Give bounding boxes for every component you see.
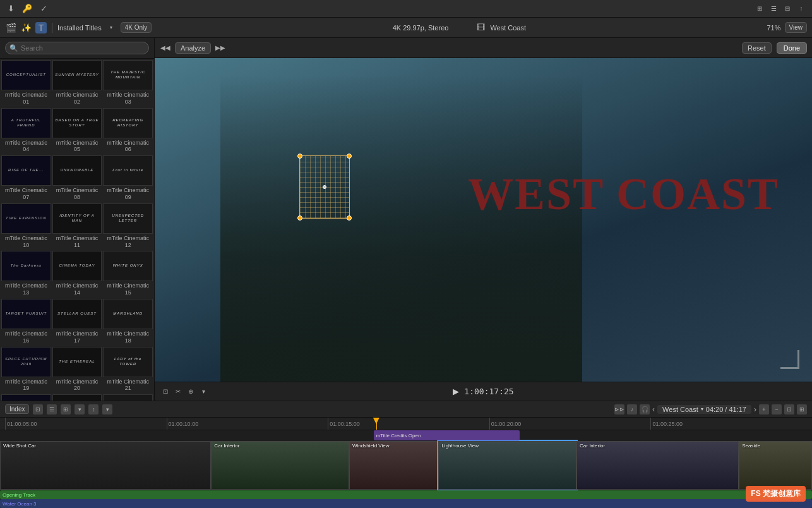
timeline-tracks: mTitle Credits Open Wide Shot CarCar Int… bbox=[0, 430, 812, 508]
share-icon[interactable]: ↑ bbox=[796, 3, 807, 15]
title-item[interactable]: THE THEOREM mTitle Cinematic 23 bbox=[52, 394, 102, 401]
title-item[interactable]: Lost in future mTitle Cinematic 09 bbox=[103, 155, 153, 202]
title-item[interactable]: LAST CYBORG mTitle Cinematic 22 bbox=[1, 394, 51, 401]
water-track-label: Water Ocean 3 bbox=[3, 501, 37, 507]
title-item[interactable]: SUNVEN MYSTERY mTitle Cinematic 02 bbox=[52, 60, 102, 107]
tool-zoom-icon[interactable]: ⊕ bbox=[185, 386, 196, 397]
title-item[interactable]: CONCEPTUALIST mTitle Cinematic 01 bbox=[1, 60, 51, 107]
effects-icon[interactable]: ✨ bbox=[20, 22, 32, 33]
analyze-btn[interactable]: Analyze bbox=[175, 42, 211, 54]
timeline-icon6[interactable]: ▾ bbox=[102, 404, 112, 414]
title-item[interactable]: UNEXPECTED LETTER mTitle Cinematic 12 bbox=[103, 203, 153, 250]
tool-select-icon[interactable]: ⊡ bbox=[160, 386, 171, 397]
title-item[interactable]: A TRUTHFUL FRIEND mTitle Cinematic 04 bbox=[1, 108, 51, 155]
video-clip[interactable]: Windshield View bbox=[349, 441, 438, 490]
title-item[interactable]: RECREATING HISTORY mTitle Cinematic 06 bbox=[103, 108, 153, 155]
track-handle-br[interactable] bbox=[347, 215, 352, 221]
key-icon[interactable]: 🔑 bbox=[21, 3, 33, 15]
zoom-out-icon[interactable]: − bbox=[772, 404, 782, 414]
index-btn[interactable]: Index bbox=[5, 404, 29, 414]
zoom-in-icon[interactable]: + bbox=[759, 404, 769, 414]
playhead[interactable] bbox=[376, 418, 377, 430]
video-clip[interactable]: Car Interior bbox=[211, 441, 349, 490]
title-thumb: UNKNOWABLE bbox=[52, 155, 102, 186]
title-name: mTitle Cinematic 11 bbox=[52, 234, 102, 249]
resolution-btn[interactable]: 4K Only bbox=[121, 22, 152, 33]
headphone-icon[interactable]: 🎧 bbox=[640, 404, 650, 414]
media-icon[interactable]: 🎬 bbox=[5, 22, 16, 33]
search-icon: 🔍 bbox=[9, 44, 18, 52]
audio-icon[interactable]: ♪ bbox=[627, 404, 637, 414]
video-clip[interactable]: Seaside bbox=[739, 441, 812, 490]
title-item[interactable]: RISE OF THE... mTitle Cinematic 07 bbox=[1, 155, 51, 202]
reset-btn[interactable]: Reset bbox=[742, 42, 772, 54]
nav-prev[interactable]: ‹ bbox=[652, 405, 655, 414]
title-item[interactable]: SPACE FUTURISM 2049 mTitle Cinematic 19 bbox=[1, 347, 51, 394]
video-clip[interactable]: Lighthouse View bbox=[438, 441, 576, 490]
clip-name-display: West Coast ▾ 04:20 / 41:17 bbox=[657, 405, 751, 414]
ruler-mark: 01:00:05:00 bbox=[5, 418, 167, 430]
title-track-bar[interactable]: mTitle Credits Open bbox=[374, 430, 520, 440]
next-frame-icon[interactable]: ▶▶ bbox=[215, 42, 226, 54]
title-item[interactable]: The Darkness mTitle Cinematic 13 bbox=[1, 251, 51, 298]
download-icon[interactable]: ⬇ bbox=[5, 3, 16, 15]
title-item[interactable]: TIME EXPANSION mTitle Cinematic 10 bbox=[1, 203, 51, 250]
title-name: mTitle Cinematic 16 bbox=[1, 329, 51, 344]
clip-nav-name: West Coast bbox=[662, 406, 698, 413]
track-center[interactable] bbox=[323, 185, 326, 189]
title-item[interactable]: THE MAJESTIC MOUNTAIN mTitle Cinematic 0… bbox=[103, 60, 153, 107]
video-info: 4K 29.97p, Stereo bbox=[393, 24, 449, 32]
detail-icon[interactable]: ⊟ bbox=[782, 3, 793, 15]
title-item[interactable]: TARGET PURSUIT mTitle Cinematic 16 bbox=[1, 299, 51, 346]
title-track-label: mTitle Credits Open bbox=[376, 433, 421, 438]
titles-grid: CONCEPTUALIST mTitle Cinematic 01 SUNVEN… bbox=[0, 59, 154, 401]
title-item[interactable]: UNKNOWABLE mTitle Cinematic 08 bbox=[52, 155, 102, 202]
title-name: mTitle Cinematic 04 bbox=[1, 138, 51, 154]
title-thumb: THE THEOREM bbox=[52, 394, 102, 401]
title-item[interactable]: LADY of the TOWER mTitle Cinematic 21 bbox=[103, 347, 153, 394]
skip-back-icon[interactable]: ⊳⊳ bbox=[614, 404, 624, 414]
timeline-icon5[interactable]: ↕ bbox=[88, 404, 99, 414]
list-icon[interactable]: ☰ bbox=[768, 3, 779, 15]
title-item[interactable]: WHITE ONYX mTitle Cinematic 15 bbox=[103, 251, 153, 298]
checkmark-icon[interactable]: ✓ bbox=[38, 3, 49, 15]
title-item[interactable]: CINEMA TODAY mTitle Cinematic 14 bbox=[52, 251, 102, 298]
arrow-down-icon[interactable]: ▾ bbox=[105, 22, 117, 33]
timeline-icon2[interactable]: ☰ bbox=[47, 404, 57, 414]
title-item[interactable]: STELLAR QUEST mTitle Cinematic 17 bbox=[52, 299, 102, 346]
title-item[interactable]: BASED ON A TRUE STORY mTitle Cinematic 0… bbox=[52, 108, 102, 155]
zoom-level: 71% bbox=[767, 24, 780, 32]
search-input[interactable] bbox=[5, 42, 149, 54]
timeline-icon3[interactable]: ⊞ bbox=[61, 404, 71, 414]
title-item[interactable]: THE BLAST mTitle Cinematic 24 bbox=[103, 394, 153, 401]
track-handle-tl[interactable] bbox=[297, 154, 302, 159]
tool-trim-icon[interactable]: ✂ bbox=[172, 386, 184, 397]
title-item[interactable]: THE ETHEREAL mTitle Cinematic 20 bbox=[52, 347, 102, 394]
nav-next[interactable]: › bbox=[754, 405, 756, 414]
timeline-icon1[interactable]: ⊡ bbox=[33, 404, 43, 414]
title-thumb: THE BLAST bbox=[103, 394, 153, 401]
track-handle-tr[interactable] bbox=[347, 154, 352, 159]
left-panel: 🔍 CONCEPTUALIST mTitle Cinematic 01 SUNV… bbox=[0, 38, 155, 401]
title-item[interactable]: MARSHLAND mTitle Cinematic 18 bbox=[103, 299, 153, 346]
tracking-box[interactable] bbox=[299, 155, 350, 219]
title-thumb: LAST CYBORG bbox=[1, 394, 51, 401]
prev-frame-icon[interactable]: ◀◀ bbox=[160, 42, 171, 54]
video-clip[interactable]: Wide Shot Car bbox=[0, 441, 211, 490]
track-handle-bl[interactable] bbox=[297, 215, 302, 221]
video-clip[interactable]: Car Interior bbox=[576, 441, 739, 490]
title-item[interactable]: IDENTITY OF A MAN mTitle Cinematic 11 bbox=[52, 203, 102, 250]
timeline-icon4[interactable]: ▾ bbox=[75, 404, 85, 414]
clip-label: Windshield View bbox=[352, 443, 390, 449]
grid-icon[interactable]: ⊞ bbox=[754, 3, 765, 15]
zoom-tool-icon[interactable]: ⊞ bbox=[797, 404, 807, 414]
play-button[interactable]: ▶ bbox=[453, 387, 459, 396]
nav-dropdown-icon[interactable]: ▾ bbox=[701, 406, 703, 412]
green-track: Opening Track bbox=[0, 490, 812, 499]
tool-more-icon[interactable]: ▾ bbox=[198, 386, 209, 397]
done-btn[interactable]: Done bbox=[777, 42, 807, 54]
title-name: mTitle Cinematic 12 bbox=[103, 234, 153, 249]
titles-icon[interactable]: T bbox=[35, 22, 47, 33]
fit-icon[interactable]: ⊡ bbox=[784, 404, 794, 414]
view-btn[interactable]: View bbox=[785, 22, 808, 33]
